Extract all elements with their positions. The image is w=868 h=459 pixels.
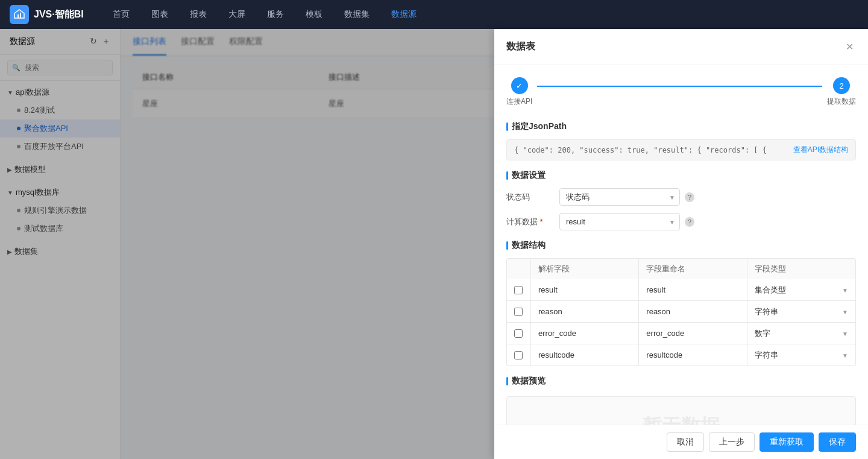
save-button[interactable]: 保存 (819, 432, 856, 452)
data-structure-section: 数据结构 解析字段 字段重命名 字段类型 (506, 240, 856, 366)
jsonpath-section-title: 指定JsonPath (506, 121, 856, 132)
steps-container: ✓ 连接API 2 提取数据 (506, 77, 856, 107)
struct-table-header: 解析字段 字段重命名 字段类型 (506, 258, 856, 279)
struct-cell-field-error-code (531, 323, 639, 344)
struct-cell-field-reason (531, 301, 639, 322)
struct-row-result: 集合类型 字符串 数字 日期 ▼ (506, 279, 856, 301)
nav-service[interactable]: 服务 (257, 5, 294, 24)
nav-chart[interactable]: 图表 (142, 5, 178, 24)
struct-cell-type-reason: 集合类型 字符串 数字 日期 ▼ (747, 301, 855, 322)
struct-cell-type-result: 集合类型 字符串 数字 日期 ▼ (747, 279, 855, 300)
struct-checkbox-resultcode[interactable] (514, 351, 523, 359)
struct-checkbox-error-code[interactable] (514, 329, 523, 338)
status-code-label: 状态码 (506, 192, 555, 203)
struct-cell-check-error-code (507, 323, 531, 344)
modal-title: 数据表 (506, 40, 535, 53)
step-1-circle: ✓ (511, 77, 528, 94)
close-icon[interactable]: ✕ (843, 39, 856, 55)
svg-marker-0 (14, 10, 24, 18)
data-settings-title: 数据设置 (506, 170, 856, 181)
modal-overlay: 数据表 ✕ ✓ 连接API 2 提取数据 指定JsonPath (0, 29, 868, 459)
struct-type-resultcode-select[interactable]: 集合类型 字符串 数字 日期 (755, 350, 848, 359)
logo-icon (10, 5, 29, 24)
view-api-structure-link[interactable]: 查看API数据结构 (793, 145, 848, 155)
struct-cell-rename-reason (639, 301, 747, 322)
nav-datasource[interactable]: 数据源 (382, 5, 426, 24)
nav-template[interactable]: 模板 (296, 5, 332, 24)
struct-col-field: 解析字段 (531, 259, 639, 279)
struct-cell-check-resultcode (507, 344, 531, 366)
logo: JVS·智能BI (10, 5, 84, 24)
struct-cell-rename-error-code (639, 323, 747, 344)
step-line (537, 86, 822, 87)
struct-cell-check-result (507, 279, 531, 300)
nav-screen[interactable]: 大屏 (219, 5, 255, 24)
struct-row-reason: 集合类型 字符串 数字 日期 ▼ (506, 301, 856, 323)
status-code-select-wrapper: 状态码 ▼ (559, 188, 680, 206)
struct-cell-field-result (531, 279, 639, 300)
struct-cell-check-reason (507, 301, 531, 322)
calc-data-select[interactable]: result (559, 213, 680, 230)
nav-report[interactable]: 报表 (180, 5, 216, 24)
jsonpath-bar: { "code": 200, "success": true, "result"… (506, 139, 856, 160)
step-1: ✓ 连接API (506, 77, 532, 107)
calc-data-help-icon[interactable]: ? (685, 217, 694, 227)
struct-cell-type-error-code: 集合类型 字符串 数字 日期 ▼ (747, 323, 855, 344)
struct-field-error-code-input[interactable] (538, 329, 631, 338)
struct-rename-reason-input[interactable] (646, 307, 739, 316)
top-nav: JVS·智能BI 首页 图表 报表 大屏 服务 模板 数据集 数据源 (0, 0, 868, 29)
refresh-button[interactable]: 重新获取 (760, 432, 814, 452)
logo-text: JVS·智能BI (34, 8, 84, 21)
struct-checkbox-result[interactable] (514, 286, 523, 294)
status-code-help-icon[interactable]: ? (685, 192, 694, 202)
nav-items: 首页 图表 报表 大屏 服务 模板 数据集 数据源 (103, 5, 426, 24)
modal-footer: 取消 上一步 重新获取 保存 (494, 425, 868, 459)
struct-rename-error-code-input[interactable] (646, 329, 739, 338)
struct-checkbox-reason[interactable] (514, 308, 523, 316)
nav-dataset[interactable]: 数据集 (335, 5, 379, 24)
calc-data-select-wrapper: result ▼ (559, 213, 680, 230)
struct-field-resultcode-input[interactable] (538, 350, 631, 359)
struct-cell-type-resultcode: 集合类型 字符串 数字 日期 ▼ (747, 344, 855, 366)
calc-data-group: 计算数据 result ▼ ? (506, 213, 856, 230)
modal-header: 数据表 ✕ (494, 29, 868, 65)
data-structure-title: 数据结构 (506, 240, 856, 251)
jsonpath-code: { "code": 200, "success": true, "result"… (514, 146, 788, 154)
svg-rect-1 (17, 14, 19, 18)
struct-cell-field-resultcode (531, 344, 639, 366)
modal-body: ✓ 连接API 2 提取数据 指定JsonPath { "code": 200,… (494, 65, 868, 459)
svg-rect-2 (20, 13, 21, 18)
struct-col-type: 字段类型 (747, 259, 855, 279)
struct-type-result-select[interactable]: 集合类型 字符串 数字 日期 (755, 285, 848, 294)
status-code-group: 状态码 状态码 ▼ ? (506, 188, 856, 206)
cancel-button[interactable]: 取消 (667, 432, 704, 452)
data-preview-title: 数据预览 (506, 376, 856, 387)
struct-cell-rename-result (639, 279, 747, 300)
step-1-label: 连接API (506, 97, 532, 107)
struct-type-error-code-select[interactable]: 集合类型 字符串 数字 日期 (755, 329, 848, 338)
calc-data-label: 计算数据 (506, 217, 555, 227)
struct-type-reason-select[interactable]: 集合类型 字符串 数字 日期 (755, 307, 848, 316)
struct-rename-resultcode-input[interactable] (646, 350, 739, 359)
struct-field-reason-input[interactable] (538, 307, 631, 316)
nav-home[interactable]: 首页 (103, 5, 139, 24)
modal-panel: 数据表 ✕ ✓ 连接API 2 提取数据 指定JsonPath (494, 29, 868, 459)
struct-row-resultcode: 集合类型 字符串 数字 日期 ▼ (506, 344, 856, 366)
struct-cell-rename-resultcode (639, 344, 747, 366)
struct-col-check (507, 259, 531, 279)
step-2: 2 提取数据 (827, 77, 856, 107)
struct-field-result-input[interactable] (538, 285, 631, 294)
prev-step-button[interactable]: 上一步 (709, 432, 755, 452)
struct-rename-result-input[interactable] (646, 285, 739, 294)
status-code-select[interactable]: 状态码 (559, 188, 680, 206)
step-2-label: 提取数据 (827, 97, 856, 107)
struct-row-error-code: 集合类型 字符串 数字 日期 ▼ (506, 323, 856, 344)
step-2-circle: 2 (833, 77, 850, 94)
struct-col-rename: 字段重命名 (639, 259, 747, 279)
